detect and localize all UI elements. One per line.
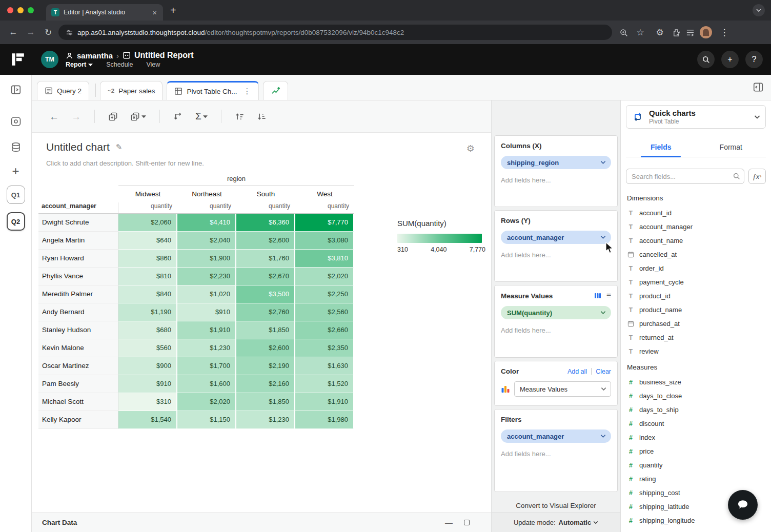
sort-descending-icon[interactable] [257,112,267,121]
zoom-icon[interactable] [619,28,628,37]
chart-settings-gear-icon[interactable]: ⚙ [466,143,475,154]
pivot-value-cell[interactable]: $7,770 [295,214,354,232]
field-item-discount[interactable]: #discount [626,417,766,431]
pivot-value-cell[interactable]: $1,520 [295,375,354,393]
pivot-value-cell[interactable]: $2,670 [236,268,295,285]
add-fields-dropzone[interactable]: Add fields here... [501,326,611,334]
field-item-order_id[interactable]: Torder_id [626,261,766,275]
aggregate-icon[interactable]: Σ [195,111,208,122]
avatar[interactable]: TM [41,51,58,68]
tab-pivot-table-chart[interactable]: Pivot Table Ch... ⋮ [167,81,258,100]
update-mode-select[interactable]: Automatic [559,519,599,526]
pivot-value-cell[interactable]: $2,600 [236,232,295,250]
field-chip-shipping-region[interactable]: shipping_region [501,156,611,169]
pivot-value-cell[interactable]: $2,350 [295,339,354,357]
field-item-account_manager[interactable]: Taccount_manager [626,220,766,234]
search-fields-input[interactable] [626,169,744,184]
add-fields-dropzone[interactable]: Add fields here... [501,450,611,458]
pivot-value-cell[interactable]: $2,020 [295,268,354,285]
chevron-down-icon[interactable] [600,235,606,239]
menu-view[interactable]: View [146,61,160,68]
report-title[interactable]: Untitled Report [134,51,194,60]
pivot-value-cell[interactable]: $1,760 [236,250,295,268]
pivot-column-header[interactable]: South [236,186,295,200]
minimize-window-button[interactable] [17,7,24,13]
field-item-rating[interactable]: #rating [626,472,766,486]
new-tab-button[interactable]: + [170,5,176,15]
pivot-value-cell[interactable]: $3,080 [295,232,354,250]
new-chart-tab[interactable] [263,81,288,100]
tab-search-icon[interactable] [753,4,765,16]
duplicate-viz-icon[interactable] [108,112,118,121]
analyst-studio-logo[interactable] [10,52,26,67]
pivot-value-cell[interactable]: $2,190 [236,357,295,375]
chevron-down-icon[interactable] [600,311,606,315]
pivot-row-label[interactable]: Stanley Hudson [38,321,118,339]
pivot-value-cell[interactable]: $2,600 [236,339,295,357]
pivot-value-cell[interactable]: $1,980 [295,411,354,429]
close-tab-icon[interactable]: × [151,8,158,17]
pivot-value-cell[interactable]: $810 [118,268,177,285]
site-info-icon[interactable] [66,29,73,36]
field-item-returned_at[interactable]: Treturned_at [626,331,766,344]
field-item-account_id[interactable]: Taccount_id [626,206,766,220]
help-button[interactable]: ? [745,51,763,68]
field-item-days_to_close[interactable]: #days_to_close [626,389,766,403]
maximize-panel-icon[interactable] [464,520,470,525]
pivot-row-label[interactable]: Michael Scott [38,393,118,411]
pivot-row-label[interactable]: Pam Beesly [38,375,118,393]
help-chat-button[interactable] [728,490,758,520]
undo-icon[interactable]: ← [49,112,59,121]
browser-reload-icon[interactable]: ↻ [41,25,55,39]
pivot-value-cell[interactable]: $860 [118,250,177,268]
pivot-value-cell[interactable]: $1,190 [118,303,177,321]
pivot-value-cell[interactable]: $1,700 [177,357,236,375]
chevron-down-icon[interactable] [600,434,606,438]
pivot-value-cell[interactable]: $3,810 [295,250,354,268]
window-controls[interactable] [7,7,34,13]
pivot-value-cell[interactable]: $2,020 [177,393,236,411]
tab-fields[interactable]: Fields [626,137,696,157]
pivot-value-cell[interactable]: $1,910 [177,321,236,339]
quick-charts-selector[interactable]: Quick charts Pivot Table [626,105,766,129]
rows-layout-icon[interactable]: ≡ [606,292,611,300]
browser-tab[interactable]: T Editor | Analyst studio × [46,4,163,21]
sort-ascending-icon[interactable] [235,112,245,121]
field-item-business_size[interactable]: #business_size [626,375,766,389]
filter-chip-account-manager[interactable]: account_manager [501,429,611,443]
pivot-value-cell[interactable]: $1,020 [177,285,236,303]
pivot-value-cell[interactable]: $900 [118,357,177,375]
pivot-row-label[interactable]: Angela Martin [38,232,118,250]
reading-list-icon[interactable] [686,28,695,37]
pivot-value-cell[interactable]: $2,160 [236,375,295,393]
tab-kebab-icon[interactable]: ⋮ [244,87,251,96]
chart-description-placeholder[interactable]: Click to add chart description. Shift-en… [46,159,204,167]
add-fields-dropzone[interactable]: Add fields here... [501,251,611,259]
tab-paper-sales[interactable]: ~2 Paper sales [100,81,163,100]
gear-icon[interactable]: ⚙ [653,25,667,39]
pivot-value-cell[interactable]: $2,060 [118,214,177,232]
add-button[interactable]: + [721,51,739,68]
field-chip-account-manager[interactable]: account_manager [501,231,611,244]
pivot-value-cell[interactable]: $2,040 [177,232,236,250]
pivot-value-cell[interactable]: $1,850 [236,393,295,411]
menu-schedule[interactable]: Schedule [106,61,133,68]
redo-icon[interactable]: → [71,112,81,121]
pivot-row-label[interactable]: Oscar Martinez [38,357,118,375]
tab-format[interactable]: Format [696,137,766,157]
pivot-value-cell[interactable]: $2,660 [295,321,354,339]
pivot-row-label[interactable]: Kelly Kapoor [38,411,118,429]
pivot-value-cell[interactable]: $2,560 [295,303,354,321]
pivot-value-cell[interactable]: $1,540 [118,411,177,429]
field-item-payment_cycle[interactable]: Tpayment_cycle [626,275,766,289]
pivot-value-cell[interactable]: $910 [118,375,177,393]
pivot-value-cell[interactable]: $1,850 [236,321,295,339]
field-item-product_name[interactable]: Tproduct_name [626,303,766,317]
expand-panel-icon[interactable] [753,81,764,93]
pivot-value-cell[interactable]: $4,410 [177,214,236,232]
convert-to-visual-explorer-link[interactable]: Convert to Visual Explorer [492,502,620,509]
clear-link[interactable]: Clear [596,368,611,375]
browser-back-icon[interactable]: ← [6,25,21,39]
menu-report[interactable]: Report [66,61,93,68]
bookmark-star-icon[interactable]: ☆ [633,25,647,39]
